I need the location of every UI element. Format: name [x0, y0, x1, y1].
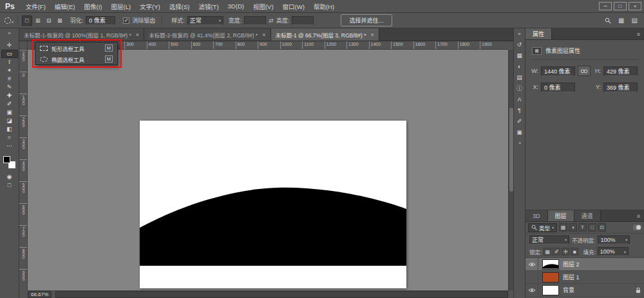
document-tab[interactable]: 未标题-2-恢复的 @ 41.4%(图层 2, RGB/8#) * ×: [144, 28, 271, 41]
clone-source-panel-icon[interactable]: ▣: [515, 128, 524, 136]
expand-panels-icon[interactable]: «: [518, 28, 520, 40]
panel-menu-icon[interactable]: ≡: [633, 31, 644, 37]
info-panel-icon[interactable]: ⓘ: [515, 84, 524, 92]
paragraph-panel-icon[interactable]: ¶: [515, 106, 524, 114]
filter-adjustment-layers-icon[interactable]: ◑: [569, 223, 577, 232]
layer-filter-select[interactable]: 类型 ▾: [528, 223, 557, 232]
foreground-color-swatch[interactable]: [3, 156, 10, 163]
close-tab-icon[interactable]: ×: [262, 32, 265, 38]
spot-healing-brush-tool[interactable]: ✚: [1, 92, 18, 100]
feather-input[interactable]: 0 像素: [86, 16, 115, 25]
lasso-tool[interactable]: ℓ: [1, 58, 18, 66]
layer-name[interactable]: 图层 1: [563, 273, 580, 281]
lock-position-icon[interactable]: ✛: [562, 248, 569, 255]
layer-thumbnail[interactable]: [542, 285, 559, 295]
fill-input[interactable]: 100% ▾: [598, 247, 629, 256]
swap-dimensions-icon[interactable]: ⇄: [269, 17, 274, 24]
brush-settings-panel-icon[interactable]: ✐: [515, 117, 524, 125]
workspace-grid-icon[interactable]: ▦: [618, 17, 624, 24]
layer-row-background[interactable]: 背景: [526, 284, 644, 297]
close-tab-icon[interactable]: ×: [371, 32, 374, 38]
layer-filter-toggle-icon[interactable]: [633, 224, 641, 230]
layer-row-layer-1[interactable]: 图层 1: [526, 271, 644, 284]
menu-item[interactable]: 3D(D): [223, 3, 249, 10]
select-and-mask-button[interactable]: 选择并遮住…: [341, 14, 392, 26]
brush-tool[interactable]: ✐: [1, 100, 18, 108]
tool-preset-picker[interactable]: ▾: [5, 17, 14, 24]
character-panel-icon[interactable]: A: [515, 95, 524, 103]
menu-item[interactable]: 帮助(H): [309, 2, 339, 11]
new-selection-button[interactable]: □: [22, 15, 32, 26]
add-to-selection-button[interactable]: ⊞: [33, 15, 43, 26]
eraser-tool[interactable]: ◪: [1, 117, 18, 125]
layer-name[interactable]: 背景: [563, 286, 574, 294]
document-tab[interactable]: 未标题-1 @ 66.7%(图层 3, RGB/8#) * ×: [271, 28, 379, 41]
visibility-toggle[interactable]: [526, 271, 538, 283]
clone-stamp-tool[interactable]: ▣: [1, 108, 18, 117]
panel-tab[interactable]: 图层: [548, 210, 574, 221]
filter-pixel-layers-icon[interactable]: ▦: [559, 223, 567, 232]
maximize-button[interactable]: □: [614, 2, 627, 10]
flyout-menu-item[interactable]: 椭圆选框工具 M: [35, 54, 117, 65]
rectangular-marquee-tool[interactable]: ▭: [1, 50, 18, 58]
ruler-origin-corner[interactable]: [19, 41, 28, 50]
width-value-input[interactable]: 1440 像素: [541, 66, 575, 76]
height-input[interactable]: [292, 16, 314, 25]
filter-shape-layers-icon[interactable]: □: [588, 223, 596, 232]
lock-transparency-icon[interactable]: ▦: [544, 248, 551, 255]
menu-item[interactable]: 滤镜(T): [194, 2, 223, 11]
magic-wand-tool[interactable]: ✶: [1, 66, 18, 75]
document-info-field[interactable]: [55, 291, 508, 298]
search-icon[interactable]: [605, 17, 611, 24]
y-value-input[interactable]: 369 像素: [603, 83, 638, 92]
move-tool[interactable]: ✛: [1, 41, 18, 50]
intersect-selection-button[interactable]: ⊠: [55, 15, 65, 26]
zoom-tool[interactable]: ○: [1, 134, 18, 142]
document-canvas[interactable]: [140, 121, 406, 288]
panel-tab[interactable]: 通道: [574, 210, 601, 221]
close-tab-icon[interactable]: ×: [136, 32, 139, 38]
x-value-input[interactable]: 0 像素: [541, 83, 575, 92]
crop-tool[interactable]: #: [1, 75, 18, 83]
swatches-panel-icon[interactable]: ▦: [515, 51, 524, 59]
menu-item[interactable]: 选择(S): [165, 2, 194, 11]
document-tab[interactable]: 未标题-1-恢复的 @ 100%(图层 1, RGB/8#) * ×: [19, 28, 144, 41]
collapse-tools-icon[interactable]: »: [0, 28, 19, 39]
workspace-switcher-icon[interactable]: ▤: [632, 17, 638, 24]
menu-item[interactable]: 文字(Y): [135, 2, 165, 11]
vertical-scrollbar[interactable]: [508, 50, 513, 290]
filter-smart-objects-icon[interactable]: ⊡: [598, 223, 606, 232]
lock-pixels-icon[interactable]: ✐: [553, 248, 560, 255]
link-dimensions-button[interactable]: [578, 66, 591, 76]
more-tools-button[interactable]: ⋯: [1, 142, 18, 150]
visibility-toggle[interactable]: [526, 284, 538, 296]
subtract-from-selection-button[interactable]: ⊟: [44, 15, 54, 26]
close-button[interactable]: ×: [629, 2, 641, 10]
layer-row-layer-2[interactable]: 图层 2: [526, 258, 644, 271]
menu-item[interactable]: 窗口(W): [278, 2, 309, 11]
zoom-level-input[interactable]: 66.67%: [28, 291, 52, 298]
menu-item[interactable]: 编辑(E): [50, 2, 80, 11]
menu-item[interactable]: 图层(L): [106, 2, 135, 11]
visibility-toggle[interactable]: [526, 258, 538, 270]
layer-name[interactable]: 图层 2: [563, 260, 580, 268]
style-select[interactable]: 正常 ▾: [187, 16, 223, 25]
flyout-menu-item[interactable]: 矩形选框工具 M: [35, 43, 117, 54]
menu-item[interactable]: 图像(I): [80, 2, 107, 11]
layer-thumbnail[interactable]: [542, 272, 559, 283]
antialias-checkbox[interactable]: ✓: [123, 17, 129, 24]
canvas-pasteboard[interactable]: [28, 50, 508, 290]
layer-thumbnail[interactable]: [542, 259, 559, 270]
filter-type-layers-icon[interactable]: T: [578, 223, 587, 232]
height-value-input[interactable]: 429 像素: [603, 66, 638, 76]
menu-item[interactable]: 文件(F): [21, 2, 50, 11]
adjustments-panel-icon[interactable]: ◐: [515, 62, 524, 70]
menu-item[interactable]: 视图(V): [249, 2, 278, 11]
width-input[interactable]: [244, 16, 266, 25]
lock-all-icon[interactable]: ■: [571, 248, 578, 255]
timeline-panel-icon[interactable]: ◔: [515, 139, 524, 147]
panel-tab[interactable]: 3D: [526, 210, 548, 221]
screen-mode-button[interactable]: □: [1, 181, 18, 190]
styles-panel-icon[interactable]: ▤: [515, 73, 524, 81]
minimize-button[interactable]: ─: [599, 2, 612, 10]
